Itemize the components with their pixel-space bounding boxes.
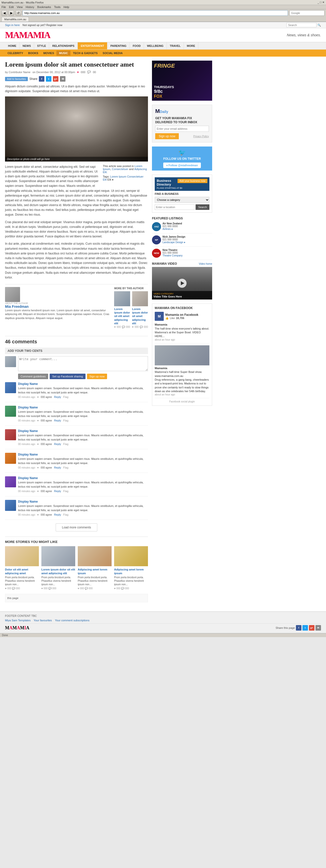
story-thumb-2 xyxy=(42,546,75,566)
menu-file[interactable]: File xyxy=(1,5,6,8)
listing-type-1[interactable]: Airlines ♦ xyxy=(163,228,173,230)
menu-tools[interactable]: Tools xyxy=(54,5,61,8)
reply-link-1[interactable]: Reply xyxy=(54,396,61,398)
flag-link-1[interactable]: Flag xyxy=(63,396,69,398)
story-title-3[interactable]: Adipiscing amet lorem ipsum xyxy=(78,568,112,575)
comment-time-4: 00 minutes ago xyxy=(18,466,35,469)
footer-link-templates[interactable]: Miya Sam Templates xyxy=(5,619,31,622)
video-home-link[interactable]: Video home xyxy=(199,262,212,265)
comment-author-5[interactable]: Display Name xyxy=(18,476,148,480)
reply-link-5[interactable]: Reply xyxy=(54,490,61,493)
video-thumbnail[interactable]: VIDEO CATEGORY Video Title Goes Here xyxy=(152,267,212,300)
reply-link-6[interactable]: Reply xyxy=(54,513,61,516)
comment-author-6[interactable]: Display Name xyxy=(18,500,148,503)
load-more-button[interactable]: Load more comments xyxy=(56,523,97,531)
menu-history[interactable]: History xyxy=(26,5,34,8)
address-bar[interactable] xyxy=(23,10,288,16)
flag-link-3[interactable]: Flag xyxy=(63,442,69,445)
site-logo[interactable]: MAMAMIA xyxy=(5,30,50,40)
reload-button[interactable]: ↺ xyxy=(16,10,21,16)
menu-edit[interactable]: Edit xyxy=(9,5,14,8)
facebook-sharing-button[interactable]: Set up Facebook sharing xyxy=(50,374,85,379)
forward-button[interactable]: ▶ xyxy=(8,10,14,16)
listing-name-3[interactable]: New Theatre xyxy=(163,249,183,251)
author-name-link[interactable]: Mia Freedman xyxy=(5,305,111,309)
footer-logo: MAMAMIA xyxy=(5,625,29,630)
search-input[interactable] xyxy=(287,23,317,27)
subnav-tech[interactable]: TECH & GADGETS xyxy=(71,51,100,56)
nav-more[interactable]: MORE xyxy=(184,42,198,49)
nav-news[interactable]: NEWS xyxy=(20,42,34,49)
footer-share-google[interactable]: g+ xyxy=(309,625,315,630)
listing-name-1[interactable]: Air New Zealand xyxy=(163,222,182,225)
share-facebook-icon[interactable]: f xyxy=(39,76,45,82)
comment-author-4[interactable]: Display Name xyxy=(18,453,148,456)
subnav-movies[interactable]: MOVIES xyxy=(41,51,57,56)
facebook-page-name[interactable]: Mamamia on Facebook xyxy=(165,313,198,316)
nav-style[interactable]: STYLE xyxy=(34,42,49,49)
nav-food[interactable]: FOOD xyxy=(130,42,144,49)
flag-link-2[interactable]: Flag xyxy=(63,419,69,422)
share-twitter-icon[interactable]: t xyxy=(46,76,51,82)
footer-share-email[interactable]: ✉ xyxy=(316,625,321,630)
nav-travel[interactable]: TRAVEL xyxy=(167,42,184,49)
story-title-2[interactable]: Lorem ipsum dolor sit elit amet adipisci… xyxy=(42,568,75,575)
more-article-title-1[interactable]: Lorem ipsum dolor sit elit amet adipisci… xyxy=(114,307,130,325)
twitter-follow-button[interactable]: ♦ Follow @miafreedman xyxy=(163,162,201,168)
comment-author-3[interactable]: Display Name xyxy=(18,429,148,433)
listing-type-2[interactable]: Landscape Design ♦ xyxy=(163,241,185,244)
menu-help[interactable]: Help xyxy=(63,5,69,8)
privacy-policy-link[interactable]: Privacy Policy xyxy=(193,135,209,138)
menu-view[interactable]: View xyxy=(17,5,23,8)
nav-parenting[interactable]: PARENTING xyxy=(107,42,130,49)
nav-relationships[interactable]: RELATIONSHIPS xyxy=(49,42,78,49)
comment-textarea[interactable] xyxy=(18,356,148,371)
story-title-4[interactable]: Adipiscing amet lorem ipsum xyxy=(114,568,148,575)
nav-wellbeing[interactable]: WELLBEING xyxy=(144,42,167,49)
share-email-icon[interactable]: ✉ xyxy=(60,76,65,82)
more-article-title-2[interactable]: Lorem ipsum dolor sit amet adipiscing el… xyxy=(132,307,148,325)
search-icon[interactable]: 🔍 xyxy=(318,24,321,27)
footer-link-subscriptions[interactable]: Your comment subscriptions xyxy=(55,619,89,622)
browser-search-input[interactable] xyxy=(290,10,325,16)
add-favourites-button[interactable]: Add to favourites xyxy=(5,77,28,81)
listing-name-2[interactable]: Nick James Design xyxy=(163,236,185,238)
comment-guidelines-button[interactable]: Comment guidelines xyxy=(18,374,48,379)
listing-type-3[interactable]: Theatre Company xyxy=(163,254,183,257)
email-input[interactable] xyxy=(155,126,209,132)
nav-entertainment[interactable]: ENTERTAINMENT xyxy=(78,42,107,49)
nav-home[interactable]: HOME xyxy=(5,42,20,49)
add-business-button[interactable]: Add your business now xyxy=(178,179,208,183)
story-title-1[interactable]: Dolor sit elit amet adipiscing amet xyxy=(5,568,39,575)
back-button[interactable]: ◀ xyxy=(1,10,7,16)
subnav-social[interactable]: SOCIAL MEDIA xyxy=(100,51,125,56)
menu-bookmarks[interactable]: Bookmarks xyxy=(37,5,51,8)
mamamia-signup-button[interactable]: Sign up now xyxy=(155,133,179,139)
biz-search-button[interactable]: Search xyxy=(196,204,209,210)
footer-link-favourites[interactable]: Your favourites xyxy=(34,619,52,622)
comment-author-2[interactable]: Display Name xyxy=(18,406,148,409)
reply-link-4[interactable]: Reply xyxy=(54,466,61,469)
location-input[interactable] xyxy=(155,204,195,210)
signup-button[interactable]: Sign up now xyxy=(87,374,107,379)
tag-2[interactable]: Consectetuer xyxy=(127,175,143,178)
cat-link-2[interactable]: Consectetuer xyxy=(112,167,128,170)
category-select[interactable]: Choose a category xyxy=(155,197,209,203)
flag-link-4[interactable]: Flag xyxy=(63,466,69,469)
reply-link-2[interactable]: Reply xyxy=(54,419,61,422)
footer-share-facebook[interactable]: f xyxy=(296,625,301,630)
flag-link-5[interactable]: Flag xyxy=(63,490,69,493)
subnav-books[interactable]: BOOKS xyxy=(26,51,40,56)
tag-1[interactable]: Lorem Ipsum xyxy=(110,175,126,178)
play-button[interactable] xyxy=(178,279,187,288)
share-google-plus-icon[interactable]: g+ xyxy=(53,76,58,82)
tag-3[interactable]: Elit xyxy=(103,178,107,181)
comment-author-1[interactable]: Display Name xyxy=(18,382,148,386)
subnav-celebrity[interactable]: CELEBRITY xyxy=(5,51,26,56)
browser-tab[interactable]: MamaMia.com.au xyxy=(1,17,29,22)
signin-link[interactable]: Sign in here xyxy=(5,24,20,27)
flag-link-6[interactable]: Flag xyxy=(63,513,69,516)
reply-link-3[interactable]: Reply xyxy=(54,442,61,445)
subnav-music[interactable]: MUSIC xyxy=(56,51,70,56)
footer-share-twitter[interactable]: t xyxy=(302,625,308,630)
